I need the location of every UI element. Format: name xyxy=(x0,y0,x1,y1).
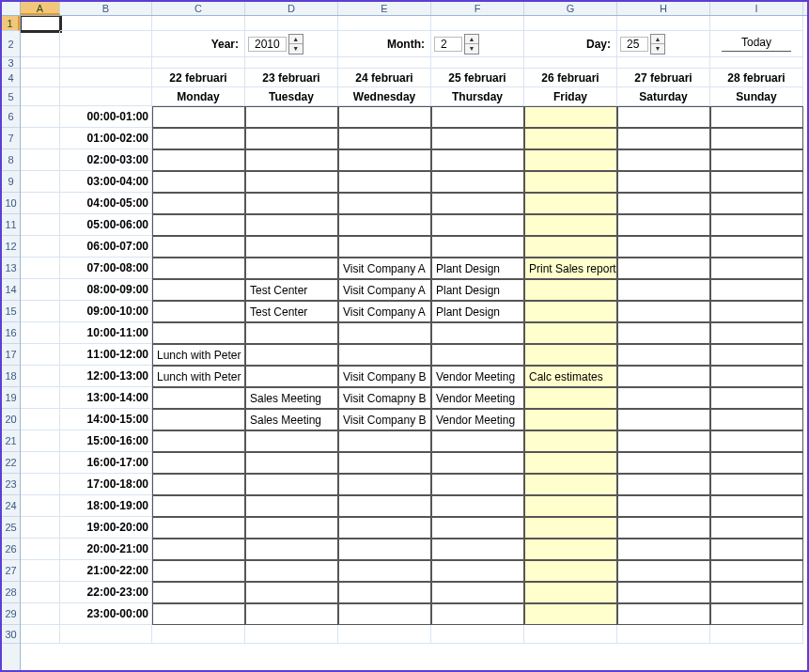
schedule-cell[interactable] xyxy=(617,474,710,495)
row-header-18[interactable]: 18 xyxy=(2,366,20,387)
schedule-cell[interactable] xyxy=(152,258,245,279)
schedule-cell[interactable] xyxy=(431,603,524,625)
schedule-cell[interactable] xyxy=(524,560,617,582)
schedule-cell[interactable] xyxy=(524,149,617,171)
schedule-cell[interactable] xyxy=(617,193,710,214)
schedule-cell[interactable]: Visit Company A xyxy=(338,301,431,322)
schedule-cell[interactable] xyxy=(431,322,524,344)
row-header-28[interactable]: 28 xyxy=(2,582,20,603)
schedule-cell[interactable] xyxy=(710,322,803,344)
schedule-cell[interactable] xyxy=(338,214,431,236)
year-label[interactable]: Year: xyxy=(152,31,245,57)
schedule-cell[interactable] xyxy=(152,582,245,603)
row-header-4[interactable]: 4 xyxy=(2,69,20,87)
row-header-19[interactable]: 19 xyxy=(2,387,20,409)
schedule-cell[interactable] xyxy=(431,452,524,474)
schedule-cell[interactable] xyxy=(524,430,617,452)
row-header-13[interactable]: 13 xyxy=(2,258,20,279)
schedule-cell[interactable] xyxy=(710,171,803,193)
row-header-1[interactable]: 1 xyxy=(2,16,20,31)
schedule-cell[interactable] xyxy=(245,430,338,452)
schedule-cell[interactable] xyxy=(338,495,431,517)
schedule-cell[interactable] xyxy=(338,452,431,474)
row-header-25[interactable]: 25 xyxy=(2,517,20,539)
schedule-cell[interactable] xyxy=(524,279,617,301)
schedule-cell[interactable]: Plant Design xyxy=(431,279,524,301)
schedule-cell[interactable] xyxy=(617,301,710,322)
col-header-E[interactable]: E xyxy=(338,2,431,15)
schedule-cell[interactable] xyxy=(338,430,431,452)
schedule-cell[interactable] xyxy=(431,582,524,603)
schedule-cell[interactable] xyxy=(710,301,803,322)
col-header-C[interactable]: C xyxy=(152,2,245,15)
schedule-cell[interactable] xyxy=(524,495,617,517)
schedule-cell[interactable]: Vendor Meeting xyxy=(431,387,524,409)
schedule-cell[interactable] xyxy=(338,236,431,258)
schedule-cell[interactable] xyxy=(710,128,803,149)
schedule-cell[interactable] xyxy=(617,409,710,430)
schedule-cell[interactable] xyxy=(431,539,524,560)
month-control[interactable]: 2▲▼ xyxy=(431,31,524,57)
row-header-21[interactable]: 21 xyxy=(2,430,20,452)
row-header-22[interactable]: 22 xyxy=(2,452,20,474)
schedule-cell[interactable] xyxy=(338,344,431,366)
day-control[interactable]: 25▲▼ xyxy=(617,31,710,57)
schedule-cell[interactable] xyxy=(431,344,524,366)
row-header-30[interactable]: 30 xyxy=(2,625,20,644)
schedule-cell[interactable] xyxy=(338,322,431,344)
schedule-cell[interactable] xyxy=(617,387,710,409)
schedule-cell[interactable] xyxy=(152,603,245,625)
schedule-cell[interactable] xyxy=(152,106,245,128)
schedule-cell[interactable]: Sales Meeting xyxy=(245,409,338,430)
schedule-cell[interactable] xyxy=(338,582,431,603)
schedule-cell[interactable] xyxy=(524,452,617,474)
schedule-cell[interactable] xyxy=(245,495,338,517)
schedule-cell[interactable] xyxy=(338,474,431,495)
row-header-15[interactable]: 15 xyxy=(2,301,20,322)
schedule-cell[interactable] xyxy=(152,495,245,517)
schedule-cell[interactable] xyxy=(245,603,338,625)
schedule-cell[interactable] xyxy=(710,106,803,128)
schedule-cell[interactable]: Vendor Meeting xyxy=(431,366,524,387)
row-header-27[interactable]: 27 xyxy=(2,560,20,582)
schedule-cell[interactable] xyxy=(617,171,710,193)
schedule-cell[interactable] xyxy=(152,322,245,344)
schedule-cell[interactable] xyxy=(152,214,245,236)
schedule-cell[interactable] xyxy=(152,517,245,539)
schedule-cell[interactable] xyxy=(431,193,524,214)
schedule-cell[interactable] xyxy=(617,106,710,128)
schedule-cell[interactable]: Visit Company B xyxy=(338,366,431,387)
schedule-cell[interactable]: Sales Meeting xyxy=(245,387,338,409)
schedule-cell[interactable] xyxy=(245,236,338,258)
schedule-cell[interactable]: Lunch with Peter xyxy=(152,366,245,387)
schedule-cell[interactable] xyxy=(338,560,431,582)
schedule-cell[interactable] xyxy=(338,106,431,128)
schedule-cell[interactable]: Vendor Meeting xyxy=(431,409,524,430)
schedule-cell[interactable] xyxy=(431,517,524,539)
col-header-H[interactable]: H xyxy=(617,2,710,15)
schedule-cell[interactable] xyxy=(152,452,245,474)
schedule-cell[interactable] xyxy=(245,258,338,279)
col-header-B[interactable]: B xyxy=(60,2,152,15)
schedule-cell[interactable] xyxy=(152,171,245,193)
row-header-29[interactable]: 29 xyxy=(2,603,20,625)
schedule-cell[interactable] xyxy=(431,236,524,258)
year-control[interactable]: 2010▲▼ xyxy=(245,31,338,57)
schedule-cell[interactable] xyxy=(617,430,710,452)
schedule-cell[interactable] xyxy=(710,452,803,474)
schedule-cell[interactable] xyxy=(152,301,245,322)
schedule-cell[interactable] xyxy=(524,603,617,625)
schedule-cell[interactable] xyxy=(152,149,245,171)
schedule-cell[interactable] xyxy=(152,430,245,452)
schedule-cell[interactable] xyxy=(710,279,803,301)
schedule-cell[interactable] xyxy=(710,409,803,430)
schedule-cell[interactable] xyxy=(245,452,338,474)
schedule-cell[interactable]: Plant Design xyxy=(431,258,524,279)
schedule-cell[interactable] xyxy=(617,236,710,258)
schedule-cell[interactable] xyxy=(152,474,245,495)
schedule-cell[interactable] xyxy=(524,128,617,149)
schedule-cell[interactable]: Test Center xyxy=(245,279,338,301)
schedule-cell[interactable] xyxy=(524,539,617,560)
row-header-17[interactable]: 17 xyxy=(2,344,20,366)
schedule-cell[interactable]: Visit Company A xyxy=(338,258,431,279)
